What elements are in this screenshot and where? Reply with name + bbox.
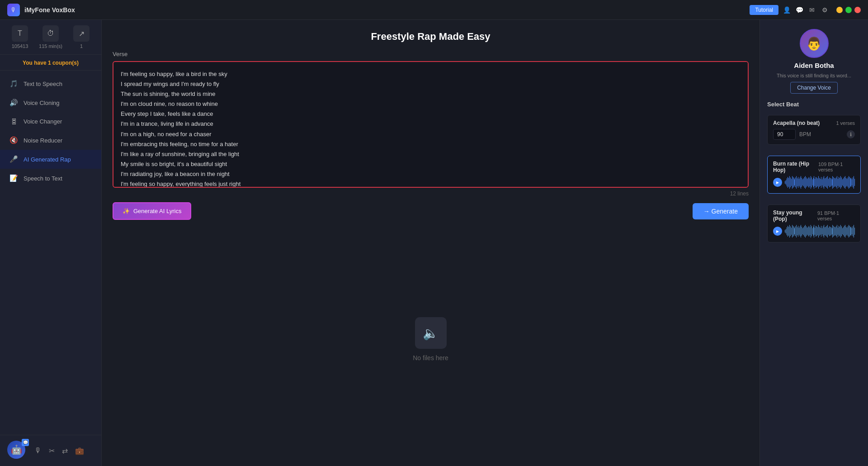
page-title: Freestyle Rap Made Easy: [113, 31, 749, 43]
bot-badge: 💬: [22, 439, 29, 446]
app-logo: 🎙: [7, 4, 20, 16]
sidebar-item-noise-reducer[interactable]: 🔇 Noise Reducer: [0, 131, 101, 150]
beat-pop-name: Stay young (Pop): [773, 209, 817, 222]
sidebar-item-label: Text to Speech: [24, 81, 62, 87]
beat-pop-waveform: ▶: [773, 225, 855, 238]
beat-hip-hop-header: Burn rate (Hip Hop) 109 BPM·1 verses: [773, 161, 855, 173]
characters-icon: T: [12, 25, 28, 42]
voice-changer-icon: 🎛: [9, 118, 18, 125]
beat-hip-hop-meta: 109 BPM·1 verses: [818, 162, 855, 172]
voice-name: Aiden Botha: [794, 62, 834, 69]
scissors-icon[interactable]: ✂: [49, 447, 55, 455]
beat-acapella-name: Acapella (no beat): [773, 120, 820, 126]
discord-icon[interactable]: 💬: [795, 5, 804, 14]
bpm-input[interactable]: [773, 129, 796, 140]
change-voice-button[interactable]: Change Voice: [790, 82, 838, 94]
stat-other: ↗ 1: [69, 25, 94, 49]
bpm-label: BPM: [799, 131, 811, 138]
beat-pop[interactable]: Stay young (Pop) 91 BPM·1 verses ▶: [767, 204, 861, 243]
sidebar-item-speech-to-text[interactable]: 📝 Speech to Text: [0, 169, 101, 188]
right-panel: 👨 Aiden Botha This voice is still findin…: [760, 20, 868, 466]
no-files-icon: 🔈: [415, 317, 447, 349]
window-controls: — □ ✕: [836, 7, 861, 13]
shuffle-icon[interactable]: ⇄: [62, 447, 68, 455]
sidebar: T 105413 ⏱ 115 min(s) ↗ 1 You have 1 cou…: [0, 20, 102, 466]
play-hip-hop-button[interactable]: ▶: [773, 178, 782, 187]
voice-cloning-icon: 🔊: [9, 99, 18, 107]
sidebar-item-voice-changer[interactable]: 🎛 Voice Changer: [0, 112, 101, 131]
verse-label: Verse: [113, 51, 749, 57]
bot-avatar: 🤖 💬: [7, 441, 27, 461]
action-bar: ✨ Generate AI Lyrics → Generate: [113, 202, 749, 220]
waveform-bars-pop: [785, 225, 855, 238]
coupon-bar: You have 1 coupon(s): [0, 55, 101, 71]
no-files-text: No files here: [413, 354, 448, 361]
sidebar-item-label: Voice Changer: [24, 118, 62, 125]
voice-avatar: 👨: [800, 29, 829, 58]
beat-acapella-bpm-row: BPM ℹ: [773, 129, 855, 140]
characters-value: 105413: [12, 43, 28, 49]
titlebar-actions: Tutorial 👤 💬 ✉ ⚙ — □ ✕: [750, 5, 861, 15]
close-button[interactable]: ✕: [854, 7, 861, 13]
minimize-button[interactable]: —: [836, 7, 843, 13]
email-icon[interactable]: ✉: [807, 5, 816, 14]
main-area: Freestyle Rap Made Easy Verse I'm feelin…: [102, 20, 760, 466]
select-beat-label: Select Beat: [767, 101, 861, 108]
settings-icon[interactable]: ⚙: [820, 5, 829, 14]
generate-ai-lyrics-button[interactable]: ✨ Generate AI Lyrics: [113, 202, 191, 220]
beat-hip-hop-waveform: ▶: [773, 176, 855, 189]
beat-hip-hop-name: Burn rate (Hip Hop): [773, 161, 818, 173]
sidebar-stats: T 105413 ⏱ 115 min(s) ↗ 1: [0, 20, 101, 55]
sidebar-item-label: Voice Cloning: [24, 100, 60, 106]
sidebar-item-label: Noise Reducer: [24, 137, 62, 144]
beat-acapella-meta: 1 verses: [836, 120, 855, 126]
coupon-text: You have 1 coupon(s): [23, 60, 79, 66]
text-to-speech-icon: 🎵: [9, 80, 18, 88]
speech-to-text-icon: 📝: [9, 174, 18, 182]
no-files-area: 🔈 No files here: [113, 231, 749, 466]
generate-button[interactable]: → Generate: [693, 203, 749, 219]
app-body: T 105413 ⏱ 115 min(s) ↗ 1 You have 1 cou…: [0, 20, 868, 466]
beat-acapella-header: Acapella (no beat) 1 verses: [773, 120, 855, 126]
sparkle-icon: ✨: [123, 208, 130, 214]
waveform-bars-hip-hop: [785, 176, 855, 189]
info-icon[interactable]: ℹ: [847, 130, 855, 138]
sidebar-item-label: AI Generated Rap: [24, 156, 71, 163]
beat-acapella[interactable]: Acapella (no beat) 1 verses BPM ℹ: [767, 115, 861, 145]
other-icon: ↗: [73, 25, 90, 42]
beat-pop-meta: 91 BPM·1 verses: [817, 210, 855, 221]
other-value: 1: [80, 43, 83, 49]
verse-editor[interactable]: I'm feeling so happy, like a bird in the…: [113, 61, 749, 188]
sidebar-bottom: 🤖 💬 🎙 ✂ ⇄ 💼: [0, 435, 101, 466]
voice-card: 👨 Aiden Botha This voice is still findin…: [767, 29, 861, 94]
minutes-icon: ⏱: [42, 25, 59, 42]
briefcase-icon[interactable]: 💼: [75, 447, 84, 455]
tutorial-button[interactable]: Tutorial: [750, 5, 778, 15]
voice-subtitle: This voice is still finding its word...: [777, 73, 851, 78]
sidebar-nav: 🎵 Text to Speech 🔊 Voice Cloning 🎛 Voice…: [0, 71, 101, 435]
sidebar-item-voice-cloning[interactable]: 🔊 Voice Cloning: [0, 93, 101, 112]
minutes-value: 115 min(s): [39, 43, 62, 49]
sidebar-item-ai-generated-rap[interactable]: 🎤 AI Generated Rap: [0, 150, 101, 169]
sidebar-item-text-to-speech[interactable]: 🎵 Text to Speech: [0, 74, 101, 93]
maximize-button[interactable]: □: [845, 7, 852, 13]
beat-hip-hop[interactable]: Burn rate (Hip Hop) 109 BPM·1 verses ▶: [767, 156, 861, 194]
line-count: 12 lines: [113, 190, 749, 197]
sidebar-item-label: Speech to Text: [24, 175, 62, 182]
main-content: Freestyle Rap Made Easy Verse I'm feelin…: [102, 20, 760, 466]
beat-pop-header: Stay young (Pop) 91 BPM·1 verses: [773, 209, 855, 222]
mic-icon[interactable]: 🎙: [34, 447, 42, 455]
user-icon[interactable]: 👤: [782, 5, 791, 14]
ai-rap-icon: 🎤: [9, 155, 18, 163]
app-title: iMyFone VoxBox: [24, 6, 750, 14]
titlebar: 🎙 iMyFone VoxBox Tutorial 👤 💬 ✉ ⚙ — □ ✕: [0, 0, 868, 20]
play-pop-button[interactable]: ▶: [773, 227, 782, 236]
stat-minutes: ⏱ 115 min(s): [38, 25, 63, 49]
noise-reducer-icon: 🔇: [9, 136, 18, 144]
stat-characters: T 105413: [7, 25, 33, 49]
